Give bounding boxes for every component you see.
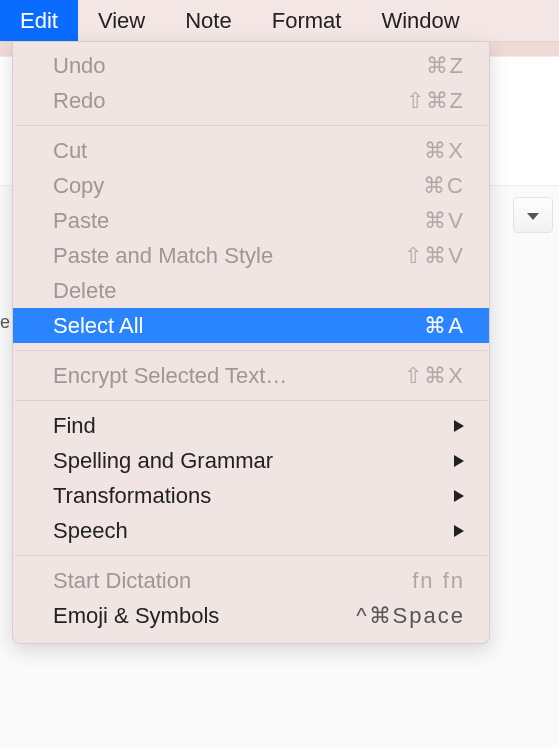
menu-item-speech[interactable]: Speech [13,513,489,548]
menubar-item-note[interactable]: Note [165,0,251,41]
menu-item-label: Start Dictation [53,568,412,594]
background-text-fragment: e [0,312,10,333]
menu-item-start-dictation: Start Dictationfn fn [13,563,489,598]
menu-item-paste: Paste⌘V [13,203,489,238]
menubar: EditViewNoteFormatWindow [0,0,559,42]
menu-item-cut: Cut⌘X [13,133,489,168]
menu-item-label: Delete [53,278,465,304]
menu-separator [15,555,487,556]
menu-item-label: Emoji & Symbols [53,603,356,629]
menu-item-shortcut: ⌘C [423,173,465,199]
menubar-item-format[interactable]: Format [252,0,362,41]
menu-item-label: Paste [53,208,424,234]
menu-item-copy: Copy⌘C [13,168,489,203]
menu-item-encrypt-selected-text: Encrypt Selected Text…⇧⌘X [13,358,489,393]
menu-item-shortcut: ⇧⌘Z [406,88,465,114]
menu-item-label: Cut [53,138,424,164]
menubar-item-label: Edit [20,8,58,34]
menu-item-label: Undo [53,53,426,79]
menu-item-label: Spelling and Grammar [53,448,441,474]
menu-item-label: Speech [53,518,441,544]
menu-item-shortcut: fn fn [412,568,465,594]
submenu-arrow-icon [453,524,465,538]
menu-item-spelling-and-grammar[interactable]: Spelling and Grammar [13,443,489,478]
menu-item-emoji-symbols[interactable]: Emoji & Symbols^⌘Space [13,598,489,633]
submenu-arrow-icon [453,419,465,433]
menu-item-label: Redo [53,88,406,114]
edit-menu-dropdown: Undo⌘ZRedo⇧⌘ZCut⌘XCopy⌘CPaste⌘VPaste and… [12,42,490,644]
menu-item-label: Transformations [53,483,441,509]
menu-item-shortcut: ^⌘Space [356,603,465,629]
menu-separator [15,125,487,126]
menu-item-delete: Delete [13,273,489,308]
menu-item-label: Paste and Match Style [53,243,404,269]
menu-item-redo: Redo⇧⌘Z [13,83,489,118]
menu-item-label: Select All [53,313,424,339]
menu-item-label: Copy [53,173,423,199]
menubar-item-label: Note [185,8,231,34]
submenu-arrow-icon [453,489,465,503]
menubar-item-edit[interactable]: Edit [0,0,78,41]
menu-item-shortcut: ⌘Z [426,53,465,79]
menu-item-shortcut: ⇧⌘X [404,363,465,389]
menu-item-shortcut: ⌘X [424,138,465,164]
menu-item-label: Encrypt Selected Text… [53,363,404,389]
menubar-item-window[interactable]: Window [361,0,479,41]
menu-item-select-all[interactable]: Select All⌘A [13,308,489,343]
menu-item-shortcut: ⇧⌘V [404,243,465,269]
menubar-item-label: Format [272,8,342,34]
menubar-item-label: View [98,8,145,34]
menu-item-label: Find [53,413,441,439]
dropdown-button[interactable] [513,197,553,233]
submenu-arrow-icon [453,454,465,468]
menu-item-shortcut: ⌘A [424,313,465,339]
chevron-down-icon [526,202,540,228]
menu-item-find[interactable]: Find [13,408,489,443]
menu-item-transformations[interactable]: Transformations [13,478,489,513]
menu-separator [15,400,487,401]
menu-item-shortcut: ⌘V [424,208,465,234]
menubar-item-label: Window [381,8,459,34]
menubar-item-view[interactable]: View [78,0,165,41]
menu-separator [15,350,487,351]
menu-item-undo: Undo⌘Z [13,48,489,83]
menu-item-paste-and-match-style: Paste and Match Style⇧⌘V [13,238,489,273]
